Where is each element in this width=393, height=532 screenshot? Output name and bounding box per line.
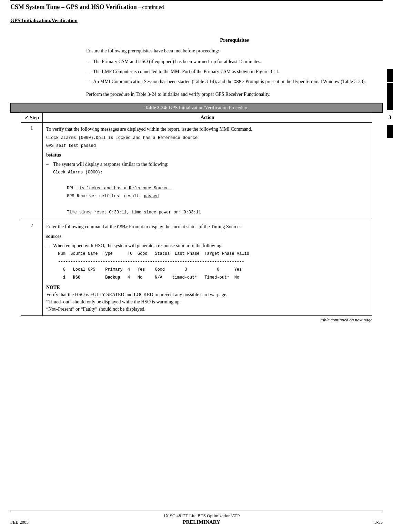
step-1-bullet: The system will display a response simil… bbox=[46, 161, 369, 168]
step-1-resp-line-1: Clock Alarms (0000): bbox=[53, 169, 369, 176]
step-2-response: Num Source Name Type TO Good Status Last… bbox=[46, 251, 369, 281]
right-side-markers: 3 bbox=[387, 69, 393, 138]
main-content: Prerequisites Ensure the following prere… bbox=[0, 23, 393, 103]
footer-content: FEB 2005 1X SC 4812T Lite BTS Optimizati… bbox=[10, 513, 383, 525]
step-1-resp-line-4: GPS Receiver self test result: passed bbox=[53, 193, 369, 200]
right-content: Prerequisites Ensure the following prere… bbox=[86, 27, 383, 103]
prereq-item-1: The Primary CSM and HSO (if equipped) ha… bbox=[86, 58, 383, 65]
step-2-table-row2: 1 HSO Backup 4 No N/A timed-out* Timed-o… bbox=[53, 274, 369, 281]
footer-preliminary: PRELIMINARY bbox=[29, 519, 374, 525]
table-caption-normal: GPS Initialization/Verification Procedur… bbox=[168, 105, 248, 110]
table-header-row: ✓ Step Action bbox=[21, 113, 372, 122]
footer-divider bbox=[10, 511, 383, 511]
prerequisites-heading: Prerequisites bbox=[86, 37, 383, 43]
step-1-bullet-text: The system will display a response simil… bbox=[53, 162, 169, 167]
step-1-code-line2: GPS self test passed bbox=[46, 143, 369, 149]
step-2-table-row1: 0 Local GPS Primary 4 Yes Good 3 0 Yes bbox=[53, 267, 369, 273]
step-1-num: 1 bbox=[21, 122, 43, 220]
step-2-bullet-text: When equipped with HSO, the system will … bbox=[53, 243, 223, 248]
check-symbol: ✓ bbox=[24, 115, 29, 120]
footer-right: 3-53 bbox=[374, 520, 383, 525]
step-1-intro: To verify that the following messages ar… bbox=[46, 126, 369, 133]
step-label: Step bbox=[30, 115, 39, 120]
table-row: 2 Enter the following command at the CSM… bbox=[21, 220, 372, 316]
footer-center: 1X SC 4812T Lite BTS Optimization/ATP PR… bbox=[29, 513, 374, 525]
step-1-response: Clock Alarms (0000): DPLL is locked and … bbox=[46, 169, 369, 216]
note-line-3: “Not–Present” or “Faulty” should not be … bbox=[46, 305, 369, 313]
procedure-table: ✓ Step Action 1 To verify that the follo… bbox=[21, 113, 372, 316]
step-1-code-line1: Clock alarms (0000),Dpll is locked and h… bbox=[46, 135, 369, 141]
header-continued-text: – continued bbox=[138, 4, 164, 10]
marker-number: 3 bbox=[387, 111, 393, 124]
hso-label: HSO bbox=[73, 275, 81, 280]
marker-black-tall bbox=[387, 83, 393, 110]
step-2-command: sources bbox=[46, 233, 369, 240]
page-container: CSM System Time – GPS and HSO Verificati… bbox=[0, 0, 393, 532]
step-2-table-divider: ----------------------------------------… bbox=[53, 259, 369, 265]
table-row: 1 To verify that the following messages … bbox=[21, 122, 372, 220]
hso-num: 1 bbox=[63, 275, 66, 280]
page-header: CSM System Time – GPS and HSO Verificati… bbox=[0, 1, 393, 11]
prereq-item-3: An MMI Communication Session has been st… bbox=[86, 78, 383, 86]
csm-prompt-inline: CSM> bbox=[233, 79, 244, 84]
step-1-action: To verify that the following messages ar… bbox=[42, 122, 372, 220]
header-title: CSM System Time – GPS and HSO Verificati… bbox=[10, 3, 164, 11]
step-2-action: Enter the following command at the CSM> … bbox=[42, 220, 372, 316]
note-line-1: Verify that the HSO is FULLY SEATED and … bbox=[46, 291, 369, 298]
table-caption-bold: Table 3-24: bbox=[144, 105, 168, 110]
footer-left: FEB 2005 bbox=[10, 520, 29, 525]
left-spacer bbox=[10, 27, 86, 103]
underlined-dpll: is locked and has a Reference Source. bbox=[79, 186, 171, 191]
note-label: NOTE bbox=[46, 284, 369, 291]
prereq-list: The Primary CSM and HSO (if equipped) ha… bbox=[86, 58, 383, 86]
table-caption: Table 3-24: GPS Initialization/Verificat… bbox=[10, 103, 383, 113]
prereq-intro: Ensure the following prerequisites have … bbox=[86, 47, 383, 54]
step-2-intro: Enter the following command at the CSM> … bbox=[46, 223, 369, 231]
step-1-resp-line-2 bbox=[53, 177, 369, 184]
section-heading: GPS Initialization/Verification bbox=[0, 11, 393, 23]
step-1-resp-line-5 bbox=[53, 201, 369, 208]
step-2-num: 2 bbox=[21, 220, 43, 316]
perform-text: Perform the procedure in Table 3-24 to i… bbox=[86, 91, 383, 98]
footer-center-text: 1X SC 4812T Lite BTS Optimization/ATP bbox=[29, 513, 374, 519]
note-box: NOTE Verify that the HSO is FULLY SEATED… bbox=[46, 284, 369, 313]
col-check: ✓ Step bbox=[21, 113, 43, 122]
step-1-command: bstatus bbox=[46, 151, 369, 159]
hso-backup: Backup bbox=[105, 275, 120, 280]
step-1-resp-line-6: Time since reset 0:33:11, time since pow… bbox=[53, 209, 369, 216]
marker-black-bottom bbox=[387, 125, 393, 138]
header-title-text: CSM System Time – GPS and HSO Verificati… bbox=[10, 3, 137, 10]
prereq-item-2: The LMF Computer is connected to the MMI… bbox=[86, 68, 383, 75]
step-2-table-header: Num Source Name Type TO Good Status Last… bbox=[53, 251, 369, 257]
note-line-2: “Timed–out” should only be displayed whi… bbox=[46, 298, 369, 305]
table-wrapper: Table 3-24: GPS Initialization/Verificat… bbox=[0, 103, 393, 324]
page-footer: FEB 2005 1X SC 4812T Lite BTS Optimizati… bbox=[0, 511, 393, 525]
marker-black-top bbox=[387, 69, 393, 82]
step-1-resp-line-3: DPLL is locked and has a Reference Sourc… bbox=[53, 185, 369, 192]
step-2-bullet: When equipped with HSO, the system will … bbox=[46, 242, 369, 249]
table-continued: table continued on next page bbox=[10, 316, 383, 324]
csm-prompt-step2: CSM> bbox=[117, 224, 128, 230]
underlined-passed: passed bbox=[144, 194, 159, 199]
col-action: Action bbox=[42, 113, 372, 122]
